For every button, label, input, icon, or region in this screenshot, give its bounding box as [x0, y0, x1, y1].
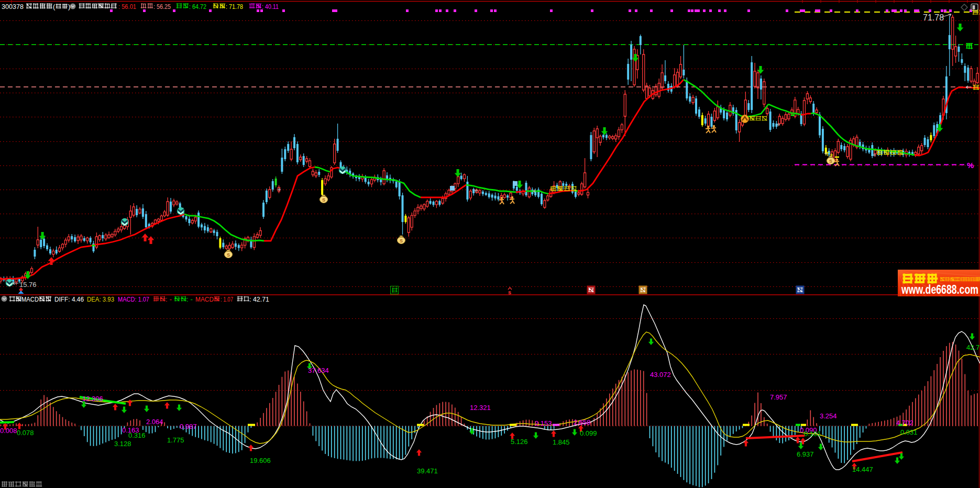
svg-text:37.634: 37.634 [308, 367, 329, 374]
svg-text:S: S [400, 238, 403, 243]
svg-text:S: S [829, 159, 832, 164]
svg-text:39.471: 39.471 [417, 467, 438, 475]
svg-text:0.078: 0.078 [17, 429, 34, 437]
svg-text:19.606: 19.606 [250, 457, 271, 464]
svg-text:0.099: 0.099 [580, 429, 597, 437]
svg-text:1.845: 1.845 [553, 438, 570, 446]
svg-text:14.447: 14.447 [852, 465, 873, 473]
svg-text:0.101: 0.101 [804, 430, 821, 438]
svg-text:%: % [967, 161, 974, 170]
svg-text:2.064: 2.064 [146, 418, 163, 426]
svg-text:: 64.72: : 64.72 [189, 3, 206, 10]
svg-text:71.78: 71.78 [923, 13, 944, 22]
svg-text:43.072: 43.072 [650, 371, 671, 379]
svg-text:MACD: 1.07: MACD: 1.07 [118, 295, 149, 303]
svg-text:42.7: 42.7 [966, 343, 979, 351]
svg-text:7.957: 7.957 [770, 393, 787, 401]
svg-text:5.126: 5.126 [511, 438, 528, 446]
svg-text:0.987: 0.987 [180, 423, 197, 430]
svg-text:MACD: MACD [21, 295, 39, 303]
svg-text:: 56.25: : 56.25 [153, 3, 171, 10]
svg-text:3.128: 3.128 [114, 440, 131, 448]
svg-text:: 71.78: : 71.78 [226, 3, 243, 10]
svg-text:0.031: 0.031 [900, 428, 918, 436]
svg-text:6.937: 6.937 [797, 450, 814, 458]
svg-text:: 42.71: : 42.71 [249, 295, 269, 303]
svg-text:0.163: 0.163 [122, 426, 139, 434]
svg-text:: 56.01: : 56.01 [118, 3, 136, 10]
svg-text:12.306: 12.306 [82, 395, 103, 403]
svg-text:15.76: 15.76 [19, 281, 37, 289]
svg-text:s: s [508, 289, 511, 295]
svg-text:DEA: 3.93: DEA: 3.93 [87, 295, 114, 303]
svg-text:DIFF: 4.46: DIFF: 4.46 [54, 295, 84, 303]
svg-text:: 1.07: : 1.07 [221, 295, 233, 303]
svg-text:S: S [227, 252, 230, 258]
svg-text:300378: 300378 [2, 3, 24, 10]
svg-text:: -: : - [166, 295, 172, 303]
svg-text:2.658: 2.658 [574, 418, 591, 426]
svg-text:0.008: 0.008 [0, 427, 17, 435]
svg-text:www.de6688.com: www.de6688.com [901, 283, 978, 296]
svg-text:S: S [322, 197, 325, 203]
svg-text:: -: : - [186, 295, 193, 303]
svg-text:MACD: MACD [195, 295, 214, 303]
svg-text:1.775: 1.775 [167, 436, 184, 444]
svg-text:12.321: 12.321 [470, 404, 491, 412]
svg-text:: 40.11: : 40.11 [262, 3, 279, 10]
svg-text:4.702: 4.702 [896, 419, 913, 427]
svg-text:3.254: 3.254 [820, 412, 837, 420]
svg-text:(: ( [53, 3, 56, 10]
svg-text:2.153: 2.153 [535, 419, 552, 427]
